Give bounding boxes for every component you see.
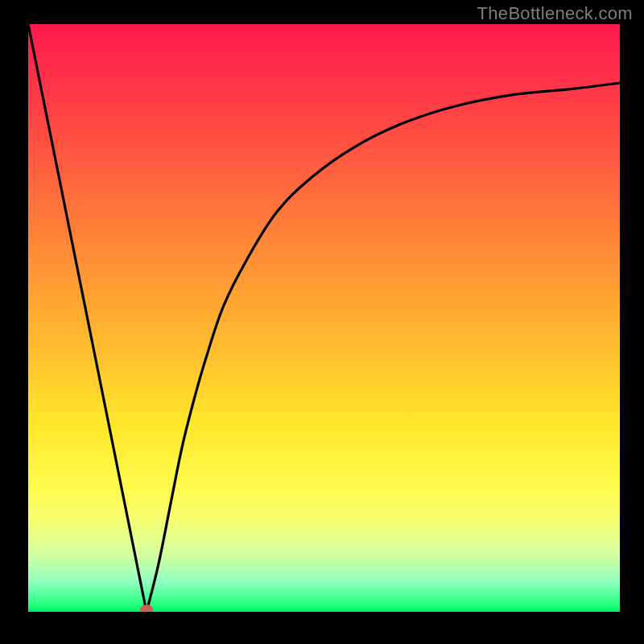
minimum-marker: [140, 605, 153, 612]
plot-area: [28, 24, 620, 612]
watermark-text: TheBottleneck.com: [477, 3, 633, 24]
bottleneck-curve: [28, 24, 620, 612]
chart-frame: TheBottleneck.com: [0, 0, 644, 644]
curve-layer: [28, 24, 620, 612]
